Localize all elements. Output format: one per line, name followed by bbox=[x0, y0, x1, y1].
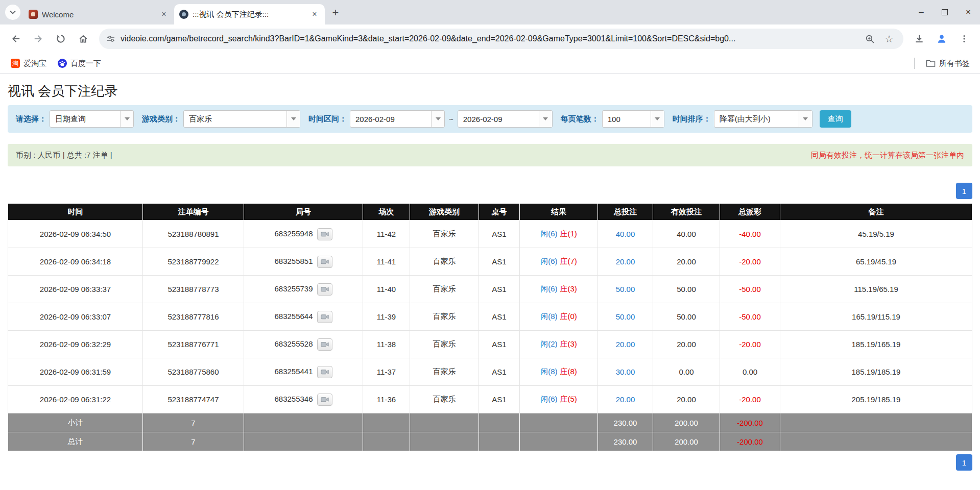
home-button[interactable] bbox=[74, 29, 93, 48]
forward-button[interactable] bbox=[29, 29, 48, 48]
back-button[interactable] bbox=[6, 29, 26, 48]
round-video-button[interactable] bbox=[317, 311, 332, 323]
cell-session: 11-41 bbox=[363, 248, 410, 276]
sort-select[interactable]: 降幂(由大到小) bbox=[714, 110, 812, 128]
round-video-button[interactable] bbox=[317, 256, 332, 268]
maximize-button[interactable] bbox=[933, 0, 957, 24]
cell-time: 2026-02-09 06:31:22 bbox=[8, 386, 143, 413]
total-label: 总计 bbox=[8, 432, 143, 451]
page-1-button[interactable]: 1 bbox=[956, 183, 972, 199]
dropdown-caret-icon[interactable] bbox=[799, 111, 812, 127]
cell-total-bet[interactable]: 20.00 bbox=[598, 386, 653, 413]
query-type-select[interactable]: 日期查询 bbox=[50, 110, 134, 128]
dropdown-caret-icon[interactable] bbox=[431, 111, 444, 127]
bookmarks-divider bbox=[914, 58, 915, 69]
result-banker: 庄(8) bbox=[560, 367, 577, 376]
game-kind-value: 百家乐 bbox=[184, 111, 286, 127]
per-page-select[interactable]: 100 bbox=[602, 110, 664, 128]
cell-result: 闲(6)庄(3) bbox=[520, 276, 598, 303]
cell-result: 闲(8)庄(8) bbox=[520, 358, 598, 386]
result-player: 闲(2) bbox=[540, 339, 557, 348]
cell-bet-id: 523188778773 bbox=[143, 276, 244, 303]
cell-table-no: AS1 bbox=[479, 248, 520, 276]
table-row: 2026-02-09 06:31:59 523188775860 6832554… bbox=[8, 358, 972, 386]
date-start-input[interactable]: 2026-02-09 bbox=[350, 110, 445, 128]
cell-total-bet[interactable]: 40.00 bbox=[598, 220, 653, 248]
round-number: 683255644 bbox=[274, 311, 313, 320]
cell-bet-id: 523188774747 bbox=[143, 386, 244, 413]
cell-total-bet[interactable]: 50.00 bbox=[598, 303, 653, 331]
result-banker: 庄(5) bbox=[560, 395, 577, 403]
cell-result: 闲(8)庄(0) bbox=[520, 303, 598, 331]
minimize-button[interactable]: – bbox=[910, 0, 933, 24]
cell-total-bet[interactable]: 20.00 bbox=[598, 331, 653, 358]
cell-payout: 0.00 bbox=[720, 358, 780, 386]
taobao-favicon: 淘 bbox=[11, 59, 20, 68]
browser-menu-button[interactable] bbox=[954, 29, 974, 48]
tab-betrecord[interactable]: :::视讯 会员下注纪录::: × bbox=[174, 4, 325, 24]
zoom-button[interactable] bbox=[863, 32, 877, 46]
round-video-button[interactable] bbox=[317, 228, 332, 240]
video-icon bbox=[321, 286, 329, 292]
round-number: 683255739 bbox=[274, 284, 313, 292]
cell-bet-id: 523188775860 bbox=[143, 358, 244, 386]
downloads-button[interactable] bbox=[910, 29, 929, 48]
cell-remark: 185.19/185.19 bbox=[780, 358, 972, 386]
cell-game-kind: 百家乐 bbox=[410, 303, 479, 331]
reload-icon bbox=[56, 34, 66, 44]
dropdown-caret-icon[interactable] bbox=[286, 111, 300, 127]
bookmark-baidu[interactable]: 百度一下 bbox=[53, 56, 106, 71]
tab-close-icon[interactable]: × bbox=[159, 9, 169, 19]
bookmarks-bar: 淘 爱淘宝 百度一下 所有书签 bbox=[0, 53, 980, 74]
cell-game-kind: 百家乐 bbox=[410, 331, 479, 358]
reload-button[interactable] bbox=[51, 29, 70, 48]
subtotal-count: 7 bbox=[143, 413, 244, 432]
header-valid-bet: 有效投注 bbox=[653, 204, 720, 220]
header-total-bet: 总投注 bbox=[598, 204, 653, 220]
tab-close-icon[interactable]: × bbox=[309, 9, 320, 19]
date-end-input[interactable]: 2026-02-09 bbox=[458, 110, 553, 128]
header-payout: 总派彩 bbox=[720, 204, 780, 220]
round-number: 683255528 bbox=[274, 339, 313, 348]
cell-round: 683255644 bbox=[244, 303, 363, 331]
cell-time: 2026-02-09 06:32:29 bbox=[8, 331, 143, 358]
result-player: 闲(8) bbox=[540, 367, 557, 376]
dropdown-caret-icon[interactable] bbox=[539, 111, 552, 127]
query-type-label: 请选择： bbox=[16, 114, 46, 124]
subtotal-row: 小计 7 230.00 200.00 -200.00 bbox=[8, 413, 972, 432]
sort-label: 时间排序： bbox=[673, 114, 711, 124]
cell-total-bet[interactable]: 50.00 bbox=[598, 276, 653, 303]
cell-remark: 115.19/65.19 bbox=[780, 276, 972, 303]
pagination-bottom: 1 bbox=[8, 454, 972, 471]
result-banker: 庄(0) bbox=[560, 312, 577, 321]
zoom-magnifier-icon bbox=[865, 34, 875, 44]
url-text[interactable]: videoie.com/game/betrecord_search/kind3?… bbox=[121, 34, 857, 43]
all-bookmarks-button[interactable]: 所有书签 bbox=[922, 56, 974, 71]
dropdown-caret-icon[interactable] bbox=[120, 111, 133, 127]
search-button[interactable]: 查询 bbox=[820, 110, 851, 128]
profile-button[interactable] bbox=[932, 29, 951, 48]
new-tab-button[interactable]: + bbox=[327, 4, 344, 21]
bookmark-star-button[interactable]: ☆ bbox=[882, 32, 896, 46]
cell-total-bet[interactable]: 30.00 bbox=[598, 358, 653, 386]
tab-search-button[interactable] bbox=[5, 5, 20, 20]
cell-total-bet[interactable]: 20.00 bbox=[598, 248, 653, 276]
total-payout: -200.00 bbox=[720, 432, 780, 451]
round-video-button[interactable] bbox=[317, 366, 332, 378]
round-video-button[interactable] bbox=[317, 283, 332, 296]
bookmark-taobao[interactable]: 淘 爱淘宝 bbox=[6, 56, 51, 71]
date-range-tilde: ~ bbox=[449, 115, 453, 124]
dropdown-caret-icon[interactable] bbox=[651, 111, 664, 127]
close-button[interactable]: × bbox=[957, 0, 980, 24]
round-video-button[interactable] bbox=[317, 394, 332, 406]
subtotal-label: 小计 bbox=[8, 413, 143, 432]
cell-payout: -20.00 bbox=[720, 331, 780, 358]
header-remark: 备注 bbox=[780, 204, 972, 220]
address-bar[interactable]: videoie.com/game/betrecord_search/kind3?… bbox=[99, 29, 903, 49]
round-video-button[interactable] bbox=[317, 338, 332, 351]
page-1-button[interactable]: 1 bbox=[956, 454, 972, 471]
game-kind-label: 游戏类别： bbox=[142, 114, 180, 124]
tab-welcome[interactable]: Welcome × bbox=[23, 4, 174, 24]
download-icon bbox=[914, 34, 924, 44]
game-kind-select[interactable]: 百家乐 bbox=[183, 110, 300, 128]
